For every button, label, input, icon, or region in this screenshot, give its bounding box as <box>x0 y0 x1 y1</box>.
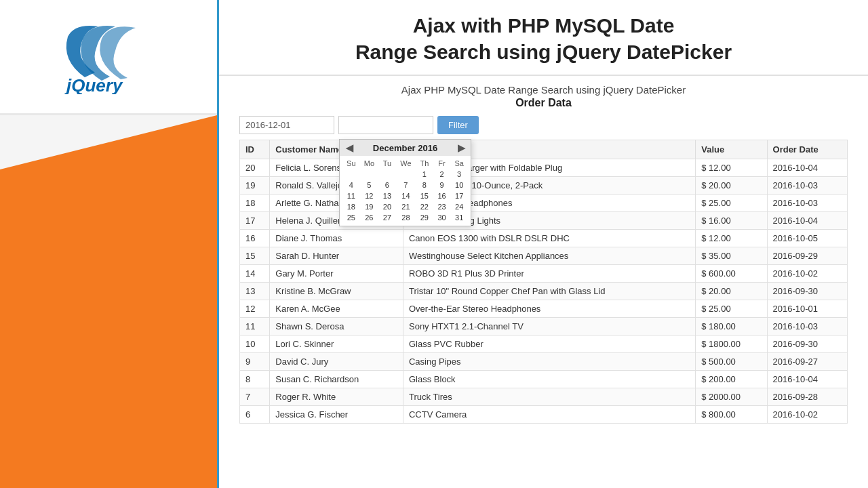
search-controls: Filter ◀ December 2016 ▶ SuMoTuWeThFrSa … <box>239 116 848 134</box>
table-row: 11Shawn S. DerosaSony HTXT1 2.1-Channel … <box>240 318 848 336</box>
table-column-header: Value <box>696 140 767 159</box>
table-row: 14Gary M. PorterROBO 3D R1 Plus 3D Print… <box>240 265 848 283</box>
table-cell-id: 11 <box>240 318 270 336</box>
table-row: 13Kristine B. McGrawTristar 10" Round Co… <box>240 283 848 300</box>
table-row: 18Arlette G. NathanOver-the-Ear Headphon… <box>240 195 848 212</box>
datepicker-day[interactable]: 15 <box>416 190 433 201</box>
table-cell-date: 2016-09-30 <box>767 336 847 353</box>
datepicker-day[interactable]: 4 <box>342 180 360 190</box>
datepicker-day[interactable]: 8 <box>416 180 433 190</box>
datepicker-day[interactable]: 1 <box>416 169 433 180</box>
table-cell-id: 13 <box>240 283 270 300</box>
table-cell-date: 2016-10-04 <box>767 212 847 230</box>
table-cell-value: $ 2000.00 <box>696 388 767 406</box>
table-cell-value: $ 800.00 <box>696 406 767 424</box>
datepicker-day[interactable]: 11 <box>342 190 360 201</box>
table-column-header: ID <box>240 140 270 159</box>
table-row: 20Felicia L. SorensenUSB Travel Charger … <box>240 159 848 177</box>
datepicker-day[interactable]: 30 <box>433 212 451 223</box>
table-cell-date: 2016-09-28 <box>767 388 847 406</box>
datepicker-day <box>396 169 416 180</box>
table-cell-id: 15 <box>240 247 270 265</box>
orders-table: IDCustomer NameProductValueOrder Date 20… <box>239 140 848 424</box>
table-cell-customer: Karen A. McGee <box>270 300 403 318</box>
datepicker-day[interactable]: 24 <box>450 201 468 212</box>
table-cell-customer: Roger R. White <box>270 388 403 406</box>
table-cell-value: $ 1800.00 <box>696 336 767 353</box>
start-date-input[interactable] <box>239 116 334 134</box>
table-cell-id: 16 <box>240 230 270 247</box>
sidebar: jQuery <box>0 0 217 488</box>
table-row: 10Lori C. SkinnerGlass PVC Rubber$ 1800.… <box>240 336 848 353</box>
table-cell-value: $ 600.00 <box>696 265 767 283</box>
datepicker-day[interactable]: 2 <box>433 169 451 180</box>
table-row: 15Sarah D. HunterWestinghouse Select Kit… <box>240 247 848 265</box>
table-cell-product: Canon EOS 1300 with DSLR DSLR DHC <box>403 230 695 247</box>
table-cell-value: $ 35.00 <box>696 247 767 265</box>
datepicker-day[interactable]: 9 <box>433 180 451 190</box>
main-content: Ajax with PHP MySQL Date Range Search us… <box>217 0 868 488</box>
table-cell-date: 2016-10-03 <box>767 195 847 212</box>
datepicker-header: ◀ December 2016 ▶ <box>340 140 471 156</box>
datepicker-popup: ◀ December 2016 ▶ SuMoTuWeThFrSa 1234567… <box>339 139 471 226</box>
datepicker-day <box>360 169 378 180</box>
datepicker-day[interactable]: 6 <box>378 180 396 190</box>
table-cell-value: $ 12.00 <box>696 230 767 247</box>
table-cell-id: 8 <box>240 371 270 388</box>
table-cell-date: 2016-10-05 <box>767 230 847 247</box>
datepicker-day[interactable]: 26 <box>360 212 378 223</box>
jquery-logo: jQuery <box>47 20 170 94</box>
table-row: 17Helena J. QuillenLED Solar String Ligh… <box>240 212 848 230</box>
datepicker-day[interactable]: 23 <box>433 201 451 212</box>
datepicker-day[interactable]: 22 <box>416 201 433 212</box>
table-cell-customer: Jessica G. Fischer <box>270 406 403 424</box>
table-cell-product: Glass Block <box>403 371 695 388</box>
datepicker-next-button[interactable]: ▶ <box>456 142 467 153</box>
datepicker-day[interactable]: 13 <box>378 190 396 201</box>
datepicker-day <box>342 169 360 180</box>
datepicker-day[interactable]: 25 <box>342 212 360 223</box>
demo-area: Ajax PHP MySQL Date Range Search using j… <box>219 76 868 488</box>
table-cell-date: 2016-10-04 <box>767 159 847 177</box>
table-cell-product: ROBO 3D R1 Plus 3D Printer <box>403 265 695 283</box>
datepicker-prev-button[interactable]: ◀ <box>344 142 355 153</box>
datepicker-day[interactable]: 17 <box>450 190 468 201</box>
table-cell-value: $ 12.00 <box>696 159 767 177</box>
table-row: 6Jessica G. FischerCCTV Camera$ 800.0020… <box>240 406 848 424</box>
datepicker-day[interactable]: 31 <box>450 212 468 223</box>
table-cell-id: 18 <box>240 195 270 212</box>
datepicker-day[interactable]: 27 <box>378 212 396 223</box>
table-cell-value: $ 25.00 <box>696 300 767 318</box>
datepicker-day[interactable]: 7 <box>396 180 416 190</box>
table-cell-customer: Kristine B. McGraw <box>270 283 403 300</box>
table-cell-customer: Diane J. Thomas <box>270 230 403 247</box>
table-cell-customer: Gary M. Porter <box>270 265 403 283</box>
datepicker-day[interactable]: 12 <box>360 190 378 201</box>
table-cell-product: Tristar 10" Round Copper Chef Pan with G… <box>403 283 695 300</box>
datepicker-day[interactable]: 10 <box>450 180 468 190</box>
datepicker-day[interactable]: 18 <box>342 201 360 212</box>
datepicker-day[interactable]: 19 <box>360 201 378 212</box>
table-cell-value: $ 500.00 <box>696 353 767 371</box>
filter-button[interactable]: Filter <box>437 116 479 134</box>
datepicker-day[interactable]: 16 <box>433 190 451 201</box>
datepicker-day[interactable]: 14 <box>396 190 416 201</box>
datepicker-day[interactable]: 28 <box>396 212 416 223</box>
demo-title: Ajax PHP MySQL Date Range Search using j… <box>239 84 848 96</box>
end-date-input[interactable] <box>338 116 433 134</box>
page-title: Ajax with PHP MySQL Date Range Search us… <box>246 12 841 65</box>
table-cell-customer: Shawn S. Derosa <box>270 318 403 336</box>
datepicker-day[interactable]: 29 <box>416 212 433 223</box>
datepicker-day[interactable]: 3 <box>450 169 468 180</box>
datepicker-day[interactable]: 20 <box>378 201 396 212</box>
table-cell-value: $ 20.00 <box>696 177 767 195</box>
table-cell-date: 2016-10-03 <box>767 177 847 195</box>
table-cell-customer: David C. Jury <box>270 353 403 371</box>
table-cell-value: $ 25.00 <box>696 195 767 212</box>
datepicker-day[interactable]: 5 <box>360 180 378 190</box>
datepicker-day <box>378 169 396 180</box>
table-cell-id: 10 <box>240 336 270 353</box>
table-cell-value: $ 20.00 <box>696 283 767 300</box>
datepicker-day[interactable]: 21 <box>396 201 416 212</box>
logo-area: jQuery <box>0 0 217 115</box>
